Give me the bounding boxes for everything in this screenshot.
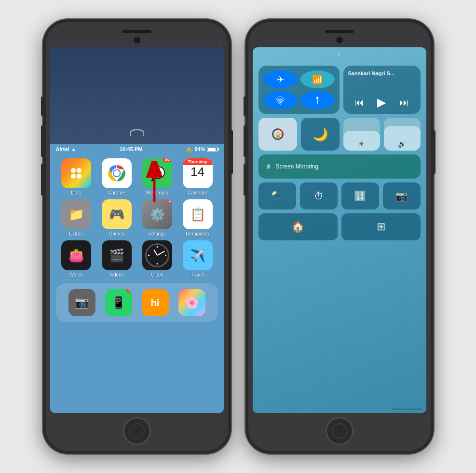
volume-down-button[interactable]	[41, 164, 43, 195]
home-screen: Airtel ▲ 10:45 PM 🔒 94%	[50, 47, 224, 413]
clock-face	[145, 243, 169, 267]
speaker	[122, 30, 151, 33]
calendar-label: Calendar	[188, 190, 207, 195]
volume-down-button-2[interactable]	[244, 164, 245, 195]
messages-icon[interactable]: 💬 556	[142, 158, 172, 188]
chevron-icon: ˅	[337, 52, 341, 63]
next-button[interactable]: ⏭	[399, 97, 409, 108]
settings-badge: 2	[166, 199, 172, 203]
bottom-tiles-row: 🏠 ⊞	[258, 213, 421, 240]
volume-up-button[interactable]	[41, 125, 43, 157]
status-left: Airtel ▲	[56, 146, 76, 152]
wifi-signal-button[interactable]: 📶	[300, 70, 335, 88]
app-item-messages[interactable]: 💬 556 Messages	[139, 158, 176, 195]
mute-button[interactable]	[41, 97, 43, 116]
qr-code-button[interactable]: ⊞	[341, 213, 421, 240]
reminders-label: Reminders	[186, 231, 209, 236]
videos-icon[interactable]: 🎬	[102, 240, 132, 270]
power-button-2[interactable]	[434, 130, 435, 174]
timer-button[interactable]: ⏱	[300, 182, 338, 209]
screen-mirroring-button[interactable]: 🖥 Screen Mirroring	[258, 154, 421, 179]
home-button[interactable]	[123, 417, 151, 445]
volume-slider[interactable]: 🔊	[384, 118, 421, 151]
chrome-icon[interactable]	[102, 158, 132, 188]
app-item-reminders[interactable]: 📋 Reminders	[179, 199, 216, 236]
locked-screen-area	[50, 47, 224, 144]
extras-icon[interactable]: 📁	[61, 199, 91, 229]
clock-label: Clock	[151, 272, 163, 278]
mute-button-2[interactable]	[244, 97, 245, 116]
svg-point-3	[113, 170, 120, 177]
messages-badge: 556	[163, 158, 172, 162]
calendar-icon[interactable]: Thursday 14	[183, 158, 213, 188]
wallet-icon[interactable]: 👛	[61, 240, 91, 270]
games-icon[interactable]: 🎮	[102, 199, 132, 229]
connectivity-block: ✈ 📶 ⭡	[258, 66, 340, 114]
play-button[interactable]: ▶	[377, 96, 386, 109]
power-button[interactable]	[231, 130, 233, 174]
messages-label: Messages	[146, 190, 168, 195]
app-item-clock[interactable]: Clock	[139, 240, 176, 278]
swipe-indicator	[130, 129, 144, 136]
app-item-extras[interactable]: 📁 Extras	[58, 199, 95, 236]
app-item-wallet[interactable]: 👛 Wallet	[58, 240, 95, 278]
volume-icon: 🔊	[398, 140, 406, 148]
control-center-screen: ˅ ✈ 📶	[253, 47, 426, 413]
hi-icon[interactable]: hi	[142, 289, 169, 316]
rotation-lock-button[interactable]: 🔒	[258, 118, 297, 151]
wifi-button[interactable]	[263, 91, 298, 109]
photos-icon[interactable]: 🌸	[178, 289, 205, 316]
reminders-icon[interactable]: 📋	[183, 199, 213, 229]
app-item-settings[interactable]: ⚙️ 2 Settings	[139, 199, 176, 236]
app-grid: Dots	[50, 154, 224, 281]
front-camera-2	[336, 37, 343, 43]
airplane-button[interactable]: ✈	[263, 70, 298, 88]
dock-photos[interactable]: 🌸	[178, 289, 205, 316]
home-button-2[interactable]	[326, 417, 354, 445]
phone-1: Airtel ▲ 10:45 PM 🔒 94%	[43, 19, 231, 454]
whatsapp-icon[interactable]: 📱 5	[105, 289, 132, 316]
wifi-icon: ▲	[71, 147, 76, 152]
calculator-button[interactable]: 🔢	[341, 182, 379, 209]
app-item-travel[interactable]: ✈️ Travel	[179, 240, 216, 278]
prev-button[interactable]: ⏮	[354, 97, 364, 108]
bluetooth-button[interactable]: ⭡	[300, 91, 335, 109]
travel-icon[interactable]: ✈️	[183, 240, 213, 270]
app-item-calendar[interactable]: Thursday 14 Calendar	[179, 158, 216, 195]
control-handle: ˅	[253, 47, 426, 66]
dock: 📷 📱 5 hi	[56, 283, 218, 322]
sliders-area: ☀ 🔊	[343, 118, 421, 151]
dots-icon[interactable]	[61, 158, 91, 188]
dock-camera[interactable]: 📷	[68, 289, 95, 316]
app-item-dots[interactable]: Dots	[58, 158, 95, 195]
battery-percent: 94%	[194, 146, 205, 152]
battery-indicator	[207, 147, 218, 152]
do-not-disturb-button[interactable]: 🌙	[301, 118, 340, 151]
app-item-chrome[interactable]: Chrome	[98, 158, 135, 195]
front-camera	[134, 37, 140, 43]
flashlight-button[interactable]: 🔦	[258, 182, 296, 209]
brightness-slider[interactable]: ☀	[343, 118, 380, 151]
camera-button-cc[interactable]: 📷	[383, 182, 421, 209]
dock-hi[interactable]: hi	[142, 289, 169, 316]
watermark: www.detaq.com	[392, 406, 422, 411]
time-display: 10:45 PM	[120, 146, 143, 152]
toggle-row: 🔒 🌙	[258, 118, 340, 151]
app-item-videos[interactable]: 🎬 Videos	[98, 240, 135, 278]
travel-label: Travel	[191, 272, 204, 278]
games-label: Games	[109, 231, 124, 236]
lock-icon: 🔒	[186, 146, 192, 153]
calendar-date: 14	[190, 165, 204, 179]
phone-2: ˅ ✈ 📶	[245, 19, 434, 454]
camera-icon[interactable]: 📷	[68, 289, 95, 316]
screen-mirroring-label: Screen Mirroring	[276, 163, 319, 170]
small-tiles-row: 🔦 ⏱ 🔢 📷	[258, 182, 421, 209]
clock-icon[interactable]	[142, 240, 172, 270]
settings-icon[interactable]: ⚙️ 2	[142, 199, 172, 229]
dock-whatsapp[interactable]: 📱 5	[105, 289, 132, 316]
extras-label: Extras	[69, 231, 82, 236]
home-button-cc[interactable]: 🏠	[258, 213, 338, 240]
app-item-games[interactable]: 🎮 Games	[98, 199, 135, 236]
volume-up-button-2[interactable]	[244, 125, 245, 157]
music-block: Sanskari Nagri S... ⏮ ▶ ⏭	[343, 66, 421, 114]
